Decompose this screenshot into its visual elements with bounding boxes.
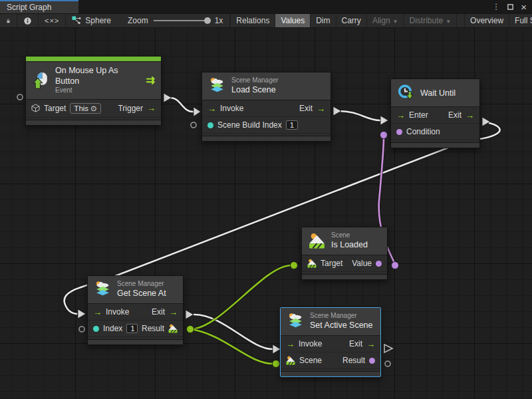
values-label: Values <box>281 16 305 25</box>
overview-button[interactable]: Overview <box>465 14 509 27</box>
port-set-scene-in[interactable] <box>273 360 280 368</box>
target-value-chip[interactable]: This ⊙ <box>70 103 100 114</box>
zoom-control: Zoom 1x <box>117 14 230 27</box>
flow-arrow-icon[interactable]: → <box>317 104 325 113</box>
exit-port-label: Exit <box>299 104 313 113</box>
distribute-button[interactable]: Distribute ▼ <box>404 14 457 27</box>
tab-script-graph[interactable]: Script Graph <box>0 0 78 13</box>
port-isloaded-target-in[interactable] <box>291 262 298 269</box>
relations-button[interactable]: Relations <box>230 14 275 27</box>
full-screen-button[interactable]: Full Screen <box>509 14 532 27</box>
node-header[interactable]: Scene Is Loaded <box>302 227 387 255</box>
lock-button[interactable] <box>0 14 17 27</box>
graph-context[interactable]: Sphere <box>66 14 117 27</box>
toolbar-spacer <box>457 14 465 27</box>
maximize-icon[interactable] <box>507 3 514 11</box>
object-picker-icon[interactable]: ⊙ <box>90 104 97 113</box>
port-row-scene-build-index: Scene Build Index 1 <box>202 117 331 134</box>
port-get-exit-out[interactable] <box>186 310 194 319</box>
zoom-slider[interactable] <box>154 20 209 21</box>
result-port-label: Result <box>142 324 164 333</box>
node-title: Is Loaded <box>331 240 368 251</box>
scene-port-icon[interactable] <box>286 356 295 365</box>
port-set-result-unconnected[interactable] <box>385 361 390 366</box>
node-header[interactable]: On Mouse Up As Button Event ⇉ <box>26 62 161 100</box>
close-icon[interactable]: × <box>521 2 527 12</box>
index-input[interactable]: 1 <box>126 324 138 333</box>
flow-arrow-icon[interactable]: → <box>169 308 178 317</box>
flow-arrow-icon[interactable]: → <box>366 340 375 348</box>
code-icon: <×> <box>45 17 59 25</box>
port-event-target-unconnected[interactable] <box>17 94 23 100</box>
flow-arrow-icon[interactable]: → <box>147 104 156 112</box>
port-wait-condition-in[interactable] <box>380 132 388 139</box>
port-row-target-value: Target Value <box>302 255 387 272</box>
node-load-scene[interactable]: Scene Manager Load Scene → Invoke Exit →… <box>201 72 331 142</box>
node-header[interactable]: Scene Manager Set Active Scene <box>281 308 380 336</box>
enter-port-label: Enter <box>409 110 428 120</box>
script-graph-window: Script Graph ⋮ × <×> Sphere <box>0 0 532 399</box>
flow-arrow-icon[interactable]: → <box>396 111 405 120</box>
graph-canvas[interactable]: On Mouse Up As Button Event ⇉ Target Thi… <box>0 28 532 398</box>
bool-port-icon[interactable] <box>396 129 402 135</box>
port-set-exit-unconnected[interactable] <box>384 344 392 352</box>
port-load-invoke-in[interactable] <box>194 107 201 116</box>
carry-button[interactable]: Carry <box>336 14 367 27</box>
invoke-port-label: Invoke <box>299 339 322 348</box>
port-isloaded-value-out[interactable] <box>392 262 399 269</box>
scene-manager-icon <box>287 313 305 331</box>
node-footer <box>281 371 380 376</box>
coroutine-toggle-icon[interactable]: ⇉ <box>146 75 155 86</box>
node-header[interactable]: Scene Manager Get Scene At <box>88 276 183 304</box>
target-port-label: Target <box>321 259 342 268</box>
menu-icon[interactable]: ⋮ <box>492 3 500 11</box>
node-get-scene-at[interactable]: Scene Manager Get Scene At → Invoke Exit… <box>87 275 184 345</box>
invoke-port-label: Invoke <box>106 307 129 317</box>
node-header[interactable]: Scene Manager Load Scene <box>202 72 331 100</box>
code-view-button[interactable]: <×> <box>39 14 66 27</box>
flow-arrow-icon[interactable]: → <box>286 340 295 348</box>
chevron-down-icon: ▼ <box>393 19 398 25</box>
node-wait-until[interactable]: Wait Until → Enter Exit → Condition <box>390 78 480 148</box>
node-on-mouse-up-as-button[interactable]: On Mouse Up As Button Event ⇉ Target Thi… <box>25 56 162 126</box>
info-button[interactable] <box>17 14 39 27</box>
port-wait-exit-out[interactable] <box>482 117 490 126</box>
index-port-label: Index <box>103 324 122 333</box>
scene-build-index-input[interactable]: 1 <box>286 120 298 130</box>
graph-icon <box>72 16 81 25</box>
bool-port-icon[interactable] <box>376 261 382 267</box>
node-title: On Mouse Up As Button <box>55 66 141 86</box>
graph-toolbar: <×> Sphere Zoom 1x Relations Values Dim <box>0 13 532 28</box>
scene-port-icon[interactable] <box>168 324 178 333</box>
node-header[interactable]: Wait Until <box>391 79 479 107</box>
port-get-invoke-in[interactable] <box>78 309 86 319</box>
trigger-port-label: Trigger <box>118 104 143 113</box>
scene-port-icon[interactable] <box>307 259 317 268</box>
int-port-icon[interactable] <box>207 122 213 128</box>
flow-arrow-icon[interactable]: → <box>207 104 216 113</box>
port-get-index-unconnected[interactable] <box>79 327 84 332</box>
node-set-active-scene[interactable]: Scene Manager Set Active Scene → Invoke … <box>280 307 381 377</box>
zoom-slider-handle[interactable] <box>204 17 211 24</box>
scene-build-index-label: Scene Build Index <box>217 120 282 130</box>
flow-arrow-icon[interactable]: → <box>466 111 474 120</box>
node-footer <box>26 120 161 125</box>
dim-button[interactable]: Dim <box>311 14 336 27</box>
port-load-exit-out[interactable] <box>333 106 341 116</box>
titlebar: Script Graph ⋮ × <box>0 0 532 13</box>
align-button[interactable]: Align ▼ <box>367 14 404 27</box>
port-load-index-unconnected[interactable] <box>191 122 196 128</box>
values-button[interactable]: Values <box>275 14 311 27</box>
node-category: Scene Manager <box>310 312 373 321</box>
scene-result-port-icon[interactable] <box>369 358 375 364</box>
port-get-result-out[interactable] <box>187 326 194 333</box>
port-trigger-out[interactable] <box>164 93 172 102</box>
exit-port-label: Exit <box>349 339 362 348</box>
node-is-loaded[interactable]: Scene Is Loaded Target Value <box>301 227 388 280</box>
node-title: Wait Until <box>420 88 456 98</box>
wire-result-to-isloaded-target[interactable] <box>190 265 291 329</box>
flow-arrow-icon[interactable]: → <box>93 308 102 317</box>
port-wait-enter-in[interactable] <box>380 116 388 125</box>
result-port-label: Result <box>342 356 365 365</box>
int-port-icon[interactable] <box>93 326 99 332</box>
